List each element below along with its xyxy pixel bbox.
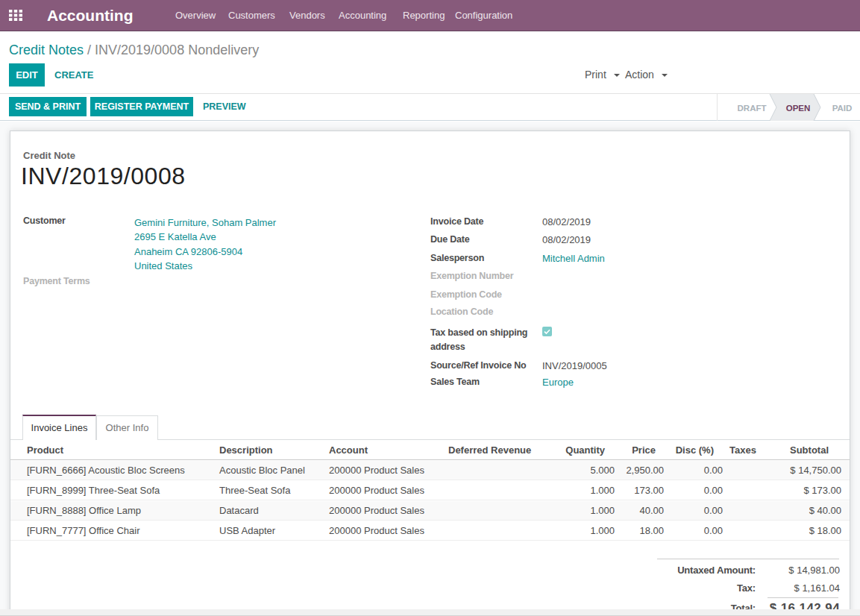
svg-text:PAID: PAID (832, 104, 853, 113)
svg-text:DRAFT: DRAFT (738, 104, 767, 113)
svg-text:OPEN: OPEN (786, 104, 811, 113)
